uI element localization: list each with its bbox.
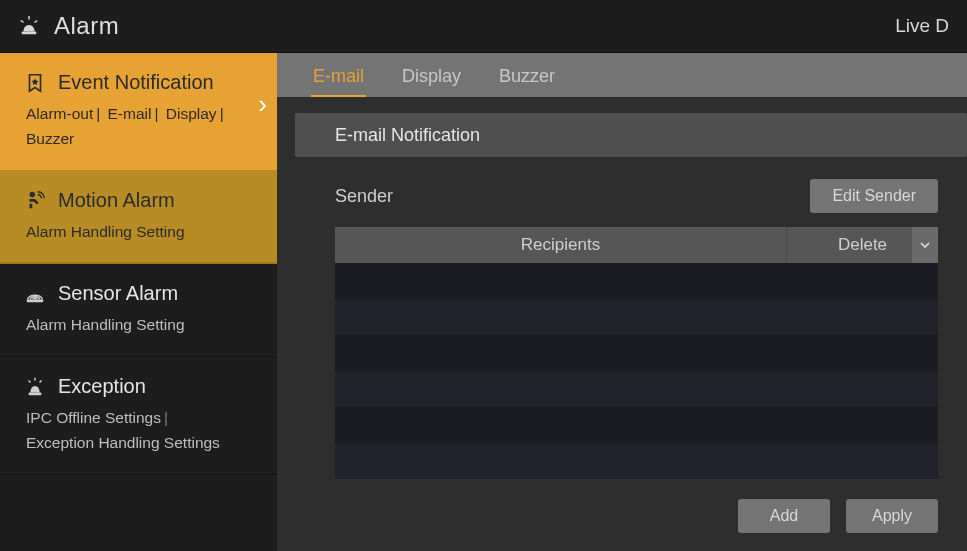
tab-email[interactable]: E-mail [311,56,366,97]
table-row[interactable] [335,371,938,407]
column-delete[interactable]: Delete [786,227,938,263]
sidebar-item-motion-alarm[interactable]: Motion Alarm Alarm Handling Setting [0,171,277,265]
edit-sender-button[interactable]: Edit Sender [810,179,938,213]
column-delete-label: Delete [838,235,887,255]
svg-point-4 [30,192,36,198]
table-row[interactable] [335,443,938,479]
sidebar-item-title: Exception [58,375,146,398]
sidebar-sub-link[interactable]: E-mail [108,105,152,122]
alarm-icon [18,15,40,37]
sidebar-item-sub: Alarm-out| E-mail| Display| Buzzer [24,102,255,152]
sidebar-sub-link[interactable]: Buzzer [26,130,74,147]
chevron-down-icon[interactable] [912,227,938,263]
recipients-tbody [335,263,938,479]
svg-rect-5 [27,299,44,302]
sensor-icon [24,283,46,305]
table-row[interactable] [335,299,938,335]
header: Alarm Live D [0,0,967,53]
svg-rect-9 [29,392,42,395]
table-row[interactable] [335,407,938,443]
bookmark-icon [24,72,46,94]
svg-line-7 [29,380,31,382]
chevron-right-icon: › [258,89,267,120]
main-panel: E-mail Display Buzzer E-mail Notificatio… [277,53,967,551]
sidebar-item-title: Motion Alarm [58,189,175,212]
svg-line-1 [21,21,24,23]
siren-icon [24,376,46,398]
add-button[interactable]: Add [738,499,830,533]
svg-line-8 [40,380,42,382]
sidebar-item-title: Sensor Alarm [58,282,178,305]
sidebar-sub-link[interactable]: Alarm Handling Setting [26,316,185,333]
table-row[interactable] [335,335,938,371]
table-row[interactable] [335,263,938,299]
sidebar-item-sensor-alarm[interactable]: Sensor Alarm Alarm Handling Setting [0,264,277,357]
header-right-link[interactable]: Live D [895,15,949,37]
tab-display[interactable]: Display [400,56,463,97]
sidebar-item-event-notification[interactable]: Event Notification Alarm-out| E-mail| Di… [0,53,277,171]
sidebar-sub-link[interactable]: Display [166,105,217,122]
sidebar-item-exception[interactable]: Exception IPC Offline Settings| Exceptio… [0,357,277,475]
sidebar-sub-link[interactable]: Alarm Handling Setting [26,223,185,240]
sender-label: Sender [335,186,393,207]
svg-rect-3 [22,32,37,35]
motion-icon [24,189,46,211]
sidebar-item-sub: Alarm Handling Setting [24,220,255,245]
sidebar-sub-link[interactable]: Exception Handling Settings [26,434,220,451]
section-title: E-mail Notification [295,113,967,157]
sidebar-sub-link[interactable]: IPC Offline Settings [26,409,161,426]
sidebar-item-sub: Alarm Handling Setting [24,313,255,338]
tab-buzzer[interactable]: Buzzer [497,56,557,97]
sidebar-item-sub: IPC Offline Settings| Exception Handling… [24,406,255,456]
apply-button[interactable]: Apply [846,499,938,533]
sidebar: Event Notification Alarm-out| E-mail| Di… [0,53,277,551]
column-recipients: Recipients [335,227,786,263]
page-title: Alarm [54,12,119,40]
tab-bar: E-mail Display Buzzer [277,53,967,97]
sidebar-item-title: Event Notification [58,71,214,94]
recipients-table: Recipients Delete [335,227,938,479]
svg-line-2 [35,21,38,23]
sidebar-sub-link[interactable]: Alarm-out [26,105,93,122]
